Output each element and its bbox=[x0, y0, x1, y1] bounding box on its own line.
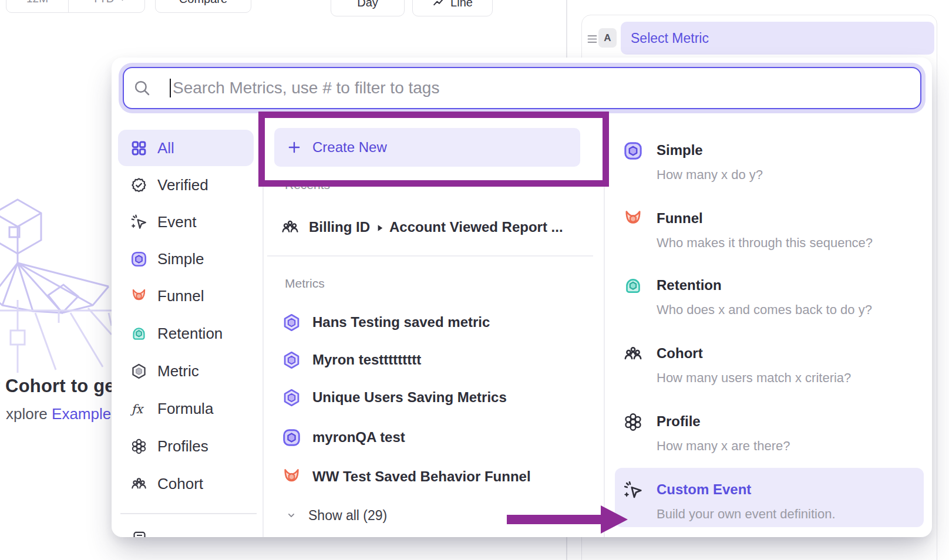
drag-handle-icon[interactable] bbox=[587, 35, 597, 43]
grid-icon bbox=[130, 140, 147, 157]
sidebar-item-label: Retention bbox=[157, 325, 223, 343]
funnel-icon bbox=[130, 288, 147, 305]
search-icon bbox=[133, 79, 151, 97]
metric-gray-icon bbox=[130, 363, 147, 380]
cohort-icon bbox=[130, 475, 147, 492]
annotation-rectangle bbox=[258, 112, 609, 187]
show-all-label: Show all (29) bbox=[308, 508, 387, 524]
cohort-icon bbox=[281, 218, 299, 237]
search-input[interactable] bbox=[173, 79, 920, 97]
template-icon[interactable] bbox=[132, 530, 147, 537]
range-12m-button[interactable]: 12M bbox=[6, 0, 69, 12]
metric-item-label: Myron testtttttttt bbox=[312, 352, 421, 368]
sidebar-item-event[interactable]: Event bbox=[118, 204, 254, 240]
chart-type-label: Line bbox=[450, 0, 473, 9]
metric-type-title: Profile bbox=[657, 413, 701, 430]
range-ytd-label: YTD bbox=[92, 0, 115, 5]
metric-selector-page: 12M YTD Compare Day Line r Cohort to ge … bbox=[0, 0, 949, 560]
metric-item-label: myronQA test bbox=[312, 429, 405, 446]
compare-button[interactable]: Compare bbox=[155, 0, 251, 13]
retention-icon bbox=[130, 325, 147, 342]
annotation-arrow bbox=[502, 502, 631, 537]
sidebar-item-all[interactable]: All bbox=[118, 130, 254, 166]
sidebar-item-formula[interactable]: ƒxFormula bbox=[118, 390, 254, 427]
interval-label: Day bbox=[357, 0, 378, 9]
line-chart-icon bbox=[432, 0, 445, 9]
chevron-down-icon bbox=[286, 510, 297, 521]
sidebar-item-simple[interactable]: Simple bbox=[118, 241, 254, 277]
metric-type-desc: Who does x and comes back to do y? bbox=[657, 302, 872, 318]
metric-item[interactable]: Unique Users Saving Metrics bbox=[282, 387, 507, 407]
text-cursor bbox=[170, 79, 171, 97]
date-range-control[interactable]: 12M YTD bbox=[6, 0, 145, 13]
metric-type-title: Simple bbox=[657, 142, 703, 158]
recents-metrics-divider bbox=[267, 255, 593, 257]
metric-type-desc: Who makes it through this sequence? bbox=[657, 235, 873, 251]
metric-item-label: WW Test Saved Behavior Funnel bbox=[312, 468, 531, 485]
retention-icon bbox=[623, 276, 643, 296]
cursor-spark-icon bbox=[130, 214, 147, 231]
sidebar-item-label: Metric bbox=[157, 362, 199, 380]
sidebar-item-metric[interactable]: Metric bbox=[118, 353, 254, 389]
metric-item-label: Unique Users Saving Metrics bbox=[312, 389, 507, 406]
cohort-icon bbox=[623, 344, 643, 364]
metric-type-desc: Build your own event definition. bbox=[657, 507, 836, 522]
range-ytd-button[interactable]: YTD bbox=[74, 0, 144, 12]
metric-item[interactable]: Myron testtttttttt bbox=[282, 350, 421, 370]
sidebar-item-retention[interactable]: Retention bbox=[118, 315, 254, 352]
metrics-section-label: Metrics bbox=[285, 276, 325, 291]
series-a-badge: A bbox=[598, 28, 617, 48]
simple-icon bbox=[282, 428, 301, 447]
svg-text:ƒx: ƒx bbox=[130, 402, 144, 416]
recent-item-part2: Account Viewed Report ... bbox=[389, 219, 563, 235]
sidebar-item-verified[interactable]: Verified bbox=[118, 167, 254, 203]
chart-type-button[interactable]: Line bbox=[412, 0, 493, 16]
metric-purple-icon bbox=[282, 350, 301, 370]
metric-type-title: Custom Event bbox=[657, 481, 751, 498]
compare-label: Compare bbox=[179, 0, 227, 6]
metric-type-title: Funnel bbox=[657, 210, 703, 227]
metric-type-title: Retention bbox=[657, 277, 722, 294]
select-metric-label: Select Metric bbox=[631, 31, 709, 46]
sidebar-divider bbox=[120, 513, 257, 514]
show-all-button[interactable]: Show all (29) bbox=[286, 506, 387, 525]
metric-type-desc: How many x do y? bbox=[657, 167, 763, 183]
select-metric-field[interactable]: Select Metric bbox=[621, 22, 934, 55]
chevron-down-icon bbox=[118, 0, 127, 4]
simple-icon bbox=[130, 251, 147, 268]
funnel-icon bbox=[623, 209, 643, 229]
metric-type-desc: How many users match x criteria? bbox=[657, 370, 851, 386]
metric-item-label: Hans Testing saved metric bbox=[312, 314, 490, 330]
sidebar-item-label: Event bbox=[157, 213, 197, 231]
explore-prefix: xplore bbox=[6, 405, 52, 423]
formula-icon: ƒx bbox=[130, 400, 147, 417]
sidebar-item-label: Cohort bbox=[157, 475, 203, 493]
recent-item[interactable]: Billing ID Account Viewed Report ... bbox=[281, 217, 563, 237]
sidebar-item-label: Formula bbox=[157, 400, 213, 418]
profiles-icon bbox=[130, 438, 147, 455]
empty-state-heading-text: r Cohort to ge bbox=[0, 376, 115, 396]
seal-icon bbox=[130, 177, 147, 194]
series-a-label: A bbox=[604, 32, 611, 44]
metric-item[interactable]: Hans Testing saved metric bbox=[282, 312, 490, 332]
empty-state-subtext: xplore Example R bbox=[6, 405, 126, 423]
sidebar-item-profiles[interactable]: Profiles bbox=[118, 428, 254, 464]
sidebar-item-label: Profiles bbox=[157, 437, 208, 456]
sidebar-item-cohort[interactable]: Cohort bbox=[118, 465, 254, 502]
metric-item[interactable]: WW Test Saved Behavior Funnel bbox=[282, 467, 531, 487]
empty-state-heading: r Cohort to ge bbox=[0, 376, 115, 397]
sidebar-item-label: Simple bbox=[157, 250, 204, 268]
sidebar-item-label: Verified bbox=[157, 176, 208, 194]
recent-item-part1: Billing ID bbox=[309, 219, 370, 235]
metric-type-title: Cohort bbox=[657, 345, 703, 362]
sidebar-item-label: All bbox=[157, 139, 174, 157]
simple-icon bbox=[623, 141, 643, 161]
sidebar-item-funnel[interactable]: Funnel bbox=[118, 278, 254, 314]
metric-purple-icon bbox=[282, 313, 301, 332]
interval-button[interactable]: Day bbox=[331, 0, 405, 16]
breadcrumb-arrow-icon bbox=[375, 224, 384, 232]
metric-item[interactable]: myronQA test bbox=[282, 427, 405, 447]
sidebar-item-label: Funnel bbox=[157, 287, 204, 305]
search-bar[interactable] bbox=[123, 67, 921, 109]
cursor-spark-icon bbox=[623, 480, 643, 500]
